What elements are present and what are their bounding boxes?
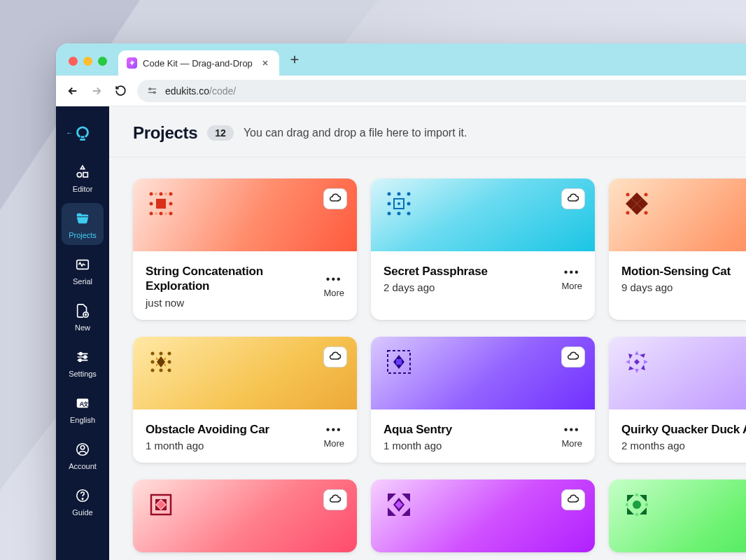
svg-point-19 xyxy=(150,192,153,196)
sidebar-item-settings[interactable]: Settings xyxy=(62,342,104,384)
svg-point-39 xyxy=(407,212,411,216)
svg-point-56 xyxy=(168,368,171,372)
svg-marker-71 xyxy=(635,369,639,373)
projects-grid[interactable]: String Concatenation Exploration just no… xyxy=(109,158,746,560)
sidebar-item-account[interactable]: Account xyxy=(62,434,104,476)
sliders-icon xyxy=(74,349,91,365)
svg-marker-69 xyxy=(641,365,645,370)
more-button[interactable]: ••• More xyxy=(561,422,582,451)
sidebar-item-projects[interactable]: Projects xyxy=(62,203,104,245)
project-time: 2 months ago xyxy=(621,440,746,451)
url-path: /code/ xyxy=(209,85,236,97)
collapse-arrow-icon: ← xyxy=(66,129,73,136)
svg-point-4 xyxy=(77,172,81,176)
svg-point-3 xyxy=(153,91,155,93)
svg-marker-67 xyxy=(640,354,645,358)
project-time: just now xyxy=(146,297,316,309)
browser-tab[interactable]: Code Kit — Drag-and-Drop C xyxy=(118,50,279,76)
close-window-button[interactable] xyxy=(69,57,78,66)
svg-point-53 xyxy=(168,360,171,363)
svg-marker-68 xyxy=(628,366,634,370)
shapes-icon xyxy=(74,164,91,181)
svg-point-40 xyxy=(397,202,400,205)
dots-icon: ••• xyxy=(564,424,580,435)
new-tab-button[interactable] xyxy=(285,54,300,76)
svg-marker-87 xyxy=(640,495,647,502)
project-time: 1 month ago xyxy=(146,440,316,451)
svg-point-27 xyxy=(155,192,157,195)
project-card[interactable] xyxy=(609,479,746,552)
dots-icon: ••• xyxy=(564,267,580,278)
more-button[interactable]: ••• More xyxy=(323,422,344,451)
svg-point-33 xyxy=(397,192,401,196)
project-card[interactable]: Obstacle Avoiding Car 1 month ago ••• Mo… xyxy=(133,337,357,463)
sidebar-item-language[interactable]: A文 English xyxy=(62,388,104,430)
sidebar-item-label: Guide xyxy=(72,508,92,517)
file-plus-icon xyxy=(74,302,91,319)
cloud-sync-button[interactable] xyxy=(561,489,585,510)
translate-icon: A文 xyxy=(74,395,91,412)
site-settings-icon[interactable] xyxy=(147,85,158,97)
project-title: Aqua Sentry xyxy=(383,422,554,437)
svg-point-28 xyxy=(164,192,167,195)
svg-point-24 xyxy=(150,212,153,216)
project-card[interactable]: String Concatenation Exploration just no… xyxy=(133,178,357,320)
cloud-sync-button[interactable] xyxy=(561,188,585,209)
project-glyph-icon xyxy=(383,489,414,520)
sidebar-item-guide[interactable]: Guide xyxy=(62,480,104,522)
project-card[interactable] xyxy=(371,479,595,552)
svg-rect-5 xyxy=(83,172,87,176)
svg-text:文: 文 xyxy=(83,401,89,407)
sidebar-item-serial[interactable]: Serial xyxy=(62,249,104,291)
more-label: More xyxy=(561,438,582,449)
url-input[interactable]: edukits.co/code/ xyxy=(137,80,746,102)
project-card[interactable] xyxy=(133,479,357,552)
cloud-sync-button[interactable] xyxy=(561,346,585,368)
svg-point-49 xyxy=(151,351,155,355)
sidebar-item-label: Projects xyxy=(69,231,97,239)
window-controls xyxy=(69,57,107,76)
project-glyph-icon xyxy=(383,188,414,219)
card-banner xyxy=(371,479,595,552)
forward-button[interactable] xyxy=(90,84,104,98)
more-button[interactable]: ••• More xyxy=(561,264,582,293)
svg-point-23 xyxy=(169,202,173,206)
project-card[interactable]: Quirky Quacker Duck Al 2 months ago xyxy=(609,337,746,463)
reload-button[interactable] xyxy=(113,84,127,98)
cloud-sync-button[interactable] xyxy=(323,489,347,510)
project-card[interactable]: Aqua Sentry 1 month ago ••• More xyxy=(371,337,595,463)
cloud-sync-button[interactable] xyxy=(323,346,347,368)
sidebar-item-new[interactable]: New xyxy=(62,295,104,337)
page-title: Projects xyxy=(133,123,197,143)
project-glyph-icon xyxy=(146,188,176,219)
svg-point-26 xyxy=(169,212,173,216)
svg-marker-89 xyxy=(640,507,647,514)
project-card[interactable]: Secret Passphrase 2 days ago ••• More xyxy=(371,178,595,320)
project-glyph-icon xyxy=(621,346,652,377)
svg-point-90 xyxy=(633,500,641,509)
cloud-sync-button[interactable] xyxy=(323,188,347,209)
svg-marker-57 xyxy=(157,356,165,368)
maximize-window-button[interactable] xyxy=(98,57,107,66)
back-button[interactable] xyxy=(66,84,80,98)
project-card[interactable]: Motion-Sensing Cat 9 days ago xyxy=(609,178,746,320)
svg-point-36 xyxy=(407,202,411,206)
svg-marker-66 xyxy=(628,354,633,359)
svg-marker-80 xyxy=(388,493,396,502)
tab-favicon-icon xyxy=(127,57,137,69)
app-logo[interactable]: ← xyxy=(67,116,98,147)
sidebar-item-label: Serial xyxy=(73,277,92,286)
address-bar: edukits.co/code/ xyxy=(56,76,746,106)
sidebar-item-editor[interactable]: Editor xyxy=(62,157,104,199)
svg-marker-73 xyxy=(644,360,648,364)
tab-close-icon[interactable] xyxy=(260,57,271,69)
svg-marker-65 xyxy=(634,359,640,365)
svg-point-34 xyxy=(407,192,411,196)
svg-marker-83 xyxy=(402,507,410,516)
minimize-window-button[interactable] xyxy=(83,57,92,66)
more-button[interactable]: ••• More xyxy=(323,264,344,309)
svg-point-32 xyxy=(388,192,391,196)
svg-point-17 xyxy=(82,498,83,499)
svg-point-48 xyxy=(645,211,648,215)
page-header: Projects 12 You can drag and drop a file… xyxy=(109,106,746,158)
